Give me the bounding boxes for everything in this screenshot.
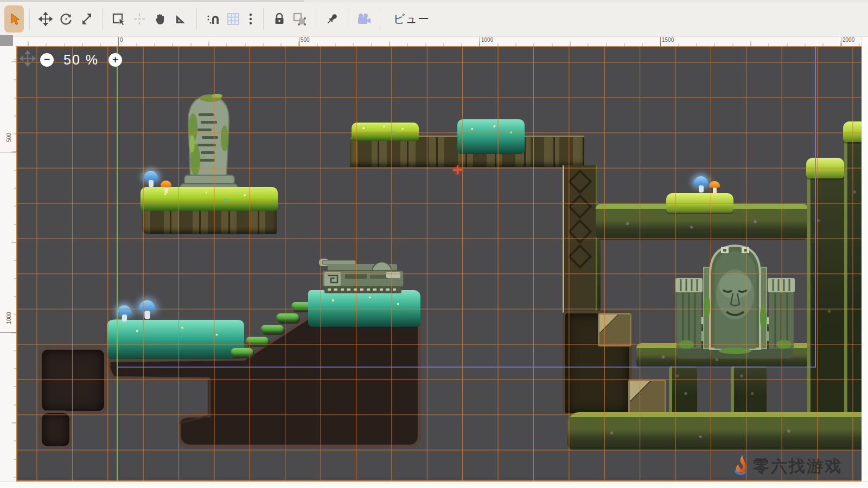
ruin-step-block[interactable] [628, 380, 666, 414]
ruler-tick [0, 332, 16, 333]
watermark: 零六找游戏 www.lingliuyx.comwww.06zyx.com [728, 453, 861, 481]
zoom-in-button[interactable]: + [108, 53, 122, 67]
vertical-ruler: 5001000 [0, 46, 16, 481]
pan-hand-tool-button[interactable] [150, 6, 170, 32]
arch-column[interactable] [669, 366, 697, 416]
grass-pad-teal[interactable] [457, 119, 525, 154]
hand-icon [154, 12, 167, 25]
orange-mushroom[interactable] [161, 181, 171, 194]
rotate-icon [59, 12, 73, 26]
lock-toggle-button[interactable] [269, 6, 290, 32]
rect-select-tool-button[interactable] [108, 6, 129, 32]
grass-pad-yellow[interactable] [352, 123, 419, 141]
select-tool-button[interactable] [4, 5, 24, 33]
zoom-out-button[interactable]: − [40, 53, 54, 67]
teal-grass-platform[interactable] [107, 320, 244, 359]
move-ghost-icon [20, 50, 36, 69]
ruler-tick [118, 37, 119, 46]
toolbar-divider [263, 8, 264, 30]
ruler-tick [841, 37, 841, 46]
pin-icon [325, 12, 339, 26]
toolbar-divider [29, 8, 30, 30]
origin-axis-line [117, 46, 118, 481]
grass-tower-a[interactable] [807, 169, 844, 428]
ruler-label: 1000 [481, 37, 493, 43]
grass-tower-a-cap[interactable] [806, 158, 844, 178]
ruler-label: 1000 [6, 310, 12, 326]
orange-mushroom[interactable] [709, 181, 720, 194]
ruler-tick [299, 37, 299, 46]
horizontal-ruler: 0500100015002000 [16, 37, 861, 46]
blue-mushroom[interactable] [117, 305, 131, 322]
zoom-level: 50 % [63, 52, 99, 68]
camera-icon [356, 12, 372, 26]
blue-mushroom[interactable] [694, 176, 708, 192]
ruler-tick [480, 37, 480, 46]
snap-point-icon [132, 12, 146, 26]
ruler-label: 2000 [843, 37, 854, 43]
grid-icon [226, 12, 240, 26]
grass-pad-right[interactable] [666, 193, 733, 213]
origin-marker [453, 165, 462, 175]
cave-terrain-left-foot[interactable] [39, 410, 72, 449]
camera-preview-button[interactable] [354, 6, 374, 32]
grid-toggle-button[interactable] [223, 6, 244, 32]
ruler-label: 1500 [662, 37, 674, 43]
set-square-icon [174, 12, 188, 26]
ruler-label: 0 [120, 37, 123, 43]
rotate-tool-button[interactable] [56, 6, 76, 32]
pin-toggle-button[interactable] [322, 6, 342, 32]
watermark-urls: www.lingliuyx.comwww.06zyx.com [728, 480, 861, 481]
watermark-title: 零六找游戏 [753, 455, 843, 478]
toolbar-divider [316, 8, 316, 30]
zoom-control: − 50 % + [40, 52, 122, 68]
cursor-icon [7, 12, 21, 26]
lock-icon [273, 12, 286, 25]
game-window-border-bottom [117, 367, 816, 368]
toolbar-divider [196, 8, 197, 30]
ruler-tick [0, 152, 16, 152]
tombstone[interactable] [179, 89, 239, 195]
game-window-border-right [815, 46, 816, 368]
ruler-tick [660, 37, 661, 46]
toolbar-divider [103, 8, 103, 30]
blue-mushroom[interactable] [139, 300, 155, 319]
watermark-url-1: www.lingliuyx.com [728, 480, 799, 481]
watermark-logo-icon [728, 453, 753, 480]
more-options-button[interactable] [244, 6, 258, 32]
ruin-step-block[interactable] [598, 313, 631, 346]
arch-column[interactable] [731, 366, 767, 416]
resize-tool-button[interactable] [76, 6, 97, 32]
ruler-label: 500 [6, 130, 12, 146]
magnet-snap-button[interactable] [202, 6, 223, 32]
blue-mushroom[interactable] [144, 171, 158, 187]
stone-statue[interactable] [675, 236, 795, 361]
kebab-menu-icon [248, 12, 253, 26]
ruler-label: 500 [301, 37, 310, 43]
move-icon [39, 12, 53, 26]
watermark-url-2: www.06zyx.com [813, 480, 861, 481]
resize-icon [80, 12, 94, 26]
grass-tower-b-cap[interactable] [843, 121, 861, 142]
scene-canvas[interactable]: − 50 % + 零六找游戏 www.lingliuyx.comwww.06zy… [16, 46, 861, 481]
grass-tower-b[interactable] [844, 133, 861, 428]
rect-select-icon [112, 12, 126, 26]
instances-icon [292, 12, 308, 26]
magnet-icon [206, 12, 220, 26]
ruin-column[interactable] [563, 165, 597, 313]
horizontal-scrollbar[interactable] [0, 481, 868, 488]
stone-tank[interactable] [319, 255, 406, 298]
instances-button[interactable] [290, 6, 310, 32]
move-tool-button[interactable] [35, 6, 56, 32]
toolbar-divider [348, 8, 348, 30]
measure-tool-button[interactable] [170, 6, 191, 32]
cave-terrain-left[interactable] [39, 347, 107, 414]
view-menu-button[interactable]: ビュー [386, 11, 437, 27]
ruler-corner [0, 37, 16, 46]
moss-base[interactable] [567, 412, 861, 450]
vertical-scrollbar[interactable] [861, 37, 868, 481]
toolbar-divider [380, 8, 380, 30]
snap-point-tool-button[interactable] [129, 6, 150, 32]
toolbar: ビュー [0, 2, 868, 36]
